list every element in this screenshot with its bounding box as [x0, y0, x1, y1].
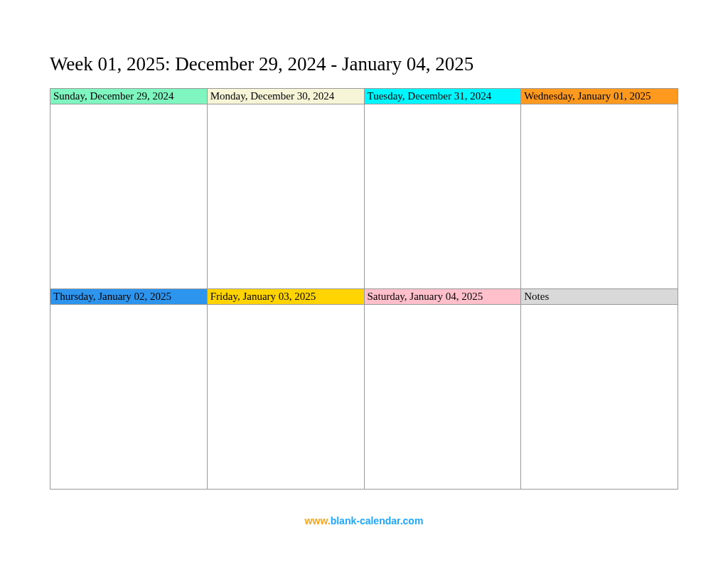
footer-part2: blank-calendar.com — [331, 515, 424, 526]
day-body-sunday — [50, 104, 208, 289]
day-body-friday — [208, 305, 365, 490]
day-header-thursday: Thursday, January 02, 2025 — [50, 289, 208, 305]
day-body-saturday — [365, 305, 522, 490]
footer-part1: www. — [305, 515, 331, 526]
day-body-thursday — [50, 305, 208, 490]
day-body-wednesday — [521, 104, 678, 289]
day-header-tuesday: Tuesday, December 31, 2024 — [365, 89, 522, 104]
notes-header: Notes — [521, 289, 678, 305]
day-header-friday: Friday, January 03, 2025 — [208, 289, 365, 305]
day-body-tuesday — [365, 104, 522, 289]
day-header-sunday: Sunday, December 29, 2024 — [50, 89, 208, 104]
day-header-saturday: Saturday, January 04, 2025 — [365, 289, 522, 305]
page-title: Week 01, 2025: December 29, 2024 - Janua… — [50, 53, 678, 75]
day-header-wednesday: Wednesday, January 01, 2025 — [521, 89, 678, 104]
calendar-page: Week 01, 2025: December 29, 2024 - Janua… — [0, 0, 728, 490]
day-header-monday: Monday, December 30, 2024 — [208, 89, 365, 104]
day-body-monday — [208, 104, 365, 289]
calendar-grid: Sunday, December 29, 2024 Monday, Decemb… — [50, 88, 678, 490]
notes-body — [521, 305, 678, 490]
footer-link[interactable]: www.blank-calendar.com — [0, 515, 728, 526]
